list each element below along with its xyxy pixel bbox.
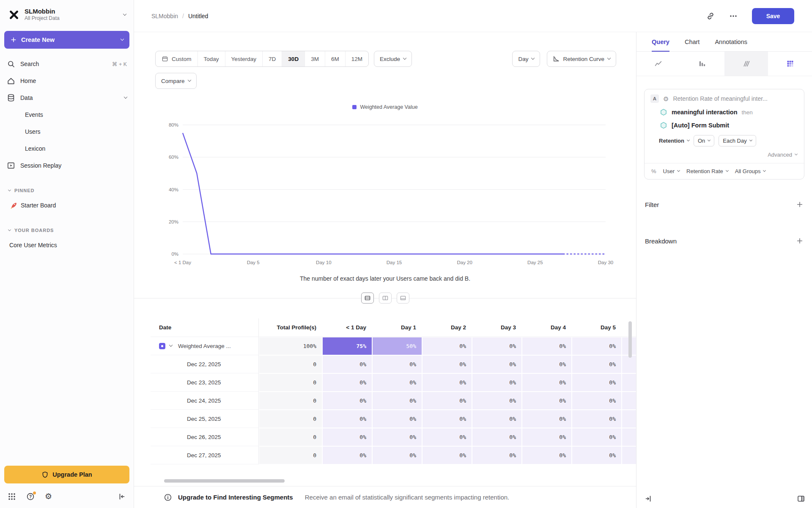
sidebar-item-data[interactable]: Data [0, 89, 134, 106]
retention-value-cell[interactable]: 0% [422, 392, 472, 410]
pinned-section-header[interactable]: PINNED [0, 184, 134, 197]
settings-gear-icon[interactable]: ⚙ [45, 492, 53, 501]
retention-value-cell[interactable]: 0% [372, 428, 422, 446]
retention-value-cell[interactable]: 0% [522, 446, 572, 464]
series-checkbox[interactable] [159, 343, 165, 349]
tab-query[interactable]: Query [652, 32, 669, 51]
table-row[interactable]: Dec 23, 202500%0%0%0%0%0% [151, 373, 636, 392]
retention-value-cell[interactable]: 0% [372, 392, 422, 410]
sidebar-item-search[interactable]: Search ⌘ + K [0, 55, 134, 72]
table-row[interactable]: Dec 22, 202500%0%0%0%0%0% [151, 355, 636, 373]
table-row[interactable]: Dec 25, 202500%0%0%0%0%0% [151, 410, 636, 428]
date-range-today[interactable]: Today [198, 51, 225, 66]
retention-value-cell[interactable]: 75% [322, 337, 372, 355]
groups-dropdown[interactable]: All Groups [735, 168, 766, 174]
sidebar-item-session-replay[interactable]: Session Replay [0, 157, 134, 174]
retention-value-cell[interactable]: 0% [422, 337, 472, 355]
interval-dropdown[interactable]: Each Day [719, 135, 756, 146]
retention-value-cell[interactable]: 0% [322, 410, 372, 428]
retention-value-cell[interactable]: 0% [522, 373, 572, 392]
column-header-total-profiles[interactable]: Total Profile(s) [259, 324, 322, 331]
sidebar-item-events[interactable]: Events [0, 106, 134, 123]
retention-value-cell[interactable]: 0% [522, 337, 572, 355]
date-range-7d[interactable]: 7D [262, 51, 282, 66]
retention-value-cell[interactable]: 0% [322, 373, 372, 392]
expand-panel-icon[interactable] [644, 494, 653, 503]
retention-type-dropdown[interactable]: Retention [659, 138, 689, 144]
retention-value-cell[interactable]: 0% [372, 373, 422, 392]
date-range-custom[interactable]: Custom [156, 51, 198, 66]
retention-value-cell[interactable]: 0% [472, 428, 522, 446]
column-header-lt-1-day[interactable]: < 1 Day [322, 324, 372, 331]
toggle-side-panel-icon[interactable] [797, 494, 805, 503]
copy-link-icon[interactable] [706, 12, 715, 20]
retention-value-cell[interactable]: 0% [322, 428, 372, 446]
retention-value-cell[interactable]: 0% [522, 410, 572, 428]
column-header-day-2[interactable]: Day 2 [422, 324, 472, 331]
retention-value-cell[interactable]: 0% [572, 446, 622, 464]
chart-legend[interactable]: Weighted Average Value [134, 104, 636, 110]
event-row-a[interactable]: meaningful interaction then [650, 103, 798, 116]
retention-value-cell[interactable]: 0% [572, 428, 622, 446]
breadcrumb-project[interactable]: SLMobbin [151, 13, 178, 19]
column-header-day-1[interactable]: Day 1 [372, 324, 422, 331]
save-button[interactable]: Save [752, 8, 794, 24]
retention-value-cell[interactable]: 50% [372, 337, 422, 355]
sidebar-item-users[interactable]: Users [0, 123, 134, 140]
retention-value-cell[interactable]: 0% [372, 446, 422, 464]
advanced-toggle[interactable]: Advanced [650, 146, 798, 163]
retention-value-cell[interactable]: 0% [322, 446, 372, 464]
retention-value-cell[interactable]: 0% [472, 446, 522, 464]
table-row[interactable]: Weighted Average ...100%75%50%0%0%0%0% [151, 337, 636, 355]
event-name[interactable]: meaningful interaction [672, 109, 738, 116]
layout-split-horizontal-button[interactable] [361, 293, 374, 304]
retention-value-cell[interactable]: 0% [522, 392, 572, 410]
date-range-12m[interactable]: 12M [345, 51, 368, 66]
retention-report-icon[interactable] [768, 52, 812, 76]
insights-report-icon[interactable] [636, 52, 680, 76]
sidebar-item-home[interactable]: Home [0, 72, 134, 89]
retention-value-cell[interactable]: 0% [472, 410, 522, 428]
chart-view-dropdown[interactable]: Retention Curve [547, 51, 616, 67]
retention-value-cell[interactable]: 0% [422, 410, 472, 428]
table-row[interactable]: Dec 26, 202500%0%0%0%0%0% [151, 428, 636, 446]
retention-value-cell[interactable]: 0% [572, 373, 622, 392]
entity-dropdown[interactable]: User [663, 168, 680, 174]
compare-dropdown[interactable]: Compare [155, 73, 197, 89]
vertical-scrollbar-thumb[interactable] [628, 321, 632, 358]
tab-chart[interactable]: Chart [685, 32, 700, 51]
sidebar-item-core-user-metrics[interactable]: Core User Metrics [0, 237, 134, 254]
retention-value-cell[interactable]: 0% [322, 355, 372, 373]
funnels-report-icon[interactable] [680, 52, 724, 76]
retention-value-cell[interactable]: 0% [422, 373, 472, 392]
chevron-down-icon[interactable] [169, 343, 173, 347]
date-range-3m[interactable]: 3M [304, 51, 325, 66]
on-dropdown[interactable]: On [694, 135, 714, 146]
retention-value-cell[interactable]: 0% [422, 355, 472, 373]
table-row[interactable]: Dec 24, 202500%0%0%0%0%0% [151, 392, 636, 410]
retention-value-cell[interactable]: 0% [472, 337, 522, 355]
your-boards-section-header[interactable]: YOUR BOARDS [0, 224, 134, 237]
apps-grid-icon[interactable] [8, 492, 16, 501]
add-breakdown-button[interactable] [796, 237, 804, 245]
retention-value-cell[interactable]: 0% [322, 392, 372, 410]
upgrade-plan-button[interactable]: Upgrade Plan [4, 466, 129, 483]
retention-value-cell[interactable]: 0% [572, 410, 622, 428]
tab-annotations[interactable]: Annotations [715, 32, 747, 51]
breadcrumb-page-title[interactable]: Untitled [188, 13, 208, 19]
event-row-b[interactable]: [Auto] Form Submit [650, 116, 798, 129]
retention-value-cell[interactable]: 0% [472, 392, 522, 410]
column-header-day-4[interactable]: Day 4 [522, 324, 572, 331]
layout-split-vertical-button[interactable] [379, 293, 392, 304]
query-title[interactable]: Retention Rate of meaningful inter... [673, 95, 798, 102]
workspace-switcher[interactable]: SLMobbin All Project Data [0, 0, 134, 25]
flows-report-icon[interactable] [724, 52, 768, 76]
retention-value-cell[interactable]: 0% [422, 428, 472, 446]
more-options-icon[interactable] [729, 12, 738, 20]
retention-value-cell[interactable]: 0% [372, 410, 422, 428]
retention-value-cell[interactable]: 0% [472, 355, 522, 373]
help-icon[interactable]: ? [26, 492, 35, 501]
retention-value-cell[interactable]: 0% [572, 355, 622, 373]
layout-bottom-panel-button[interactable] [397, 293, 409, 304]
column-header-day-5[interactable]: Day 5 [572, 324, 622, 331]
